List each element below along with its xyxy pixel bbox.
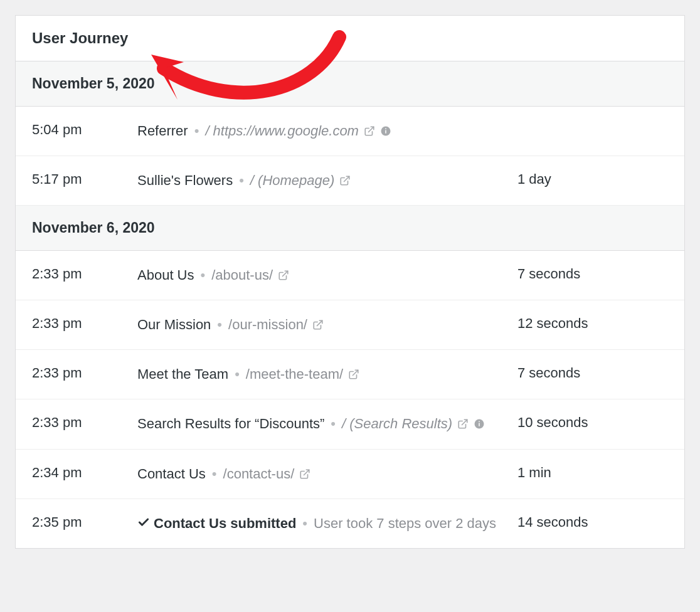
external-link-icon[interactable] [364,125,375,137]
row-main: Meet the Team•/meet-the-team/ [137,364,517,385]
row-main: Sullie's Flowers•/ (Homepage) [137,170,517,191]
row-main: About Us•/about-us/ [137,265,517,286]
row-main: Referrer•/ https://www.google.com [137,120,517,142]
separator-dot: • [217,317,222,332]
row-time: 5:17 pm [32,170,137,187]
row-time: 2:35 pm [32,513,137,530]
separator-dot: • [331,416,336,431]
row-path: / (Search Results) [342,416,452,431]
row-note: User took 7 steps over 2 days [314,515,496,531]
external-link-icon[interactable] [278,270,289,281]
row-title: Our Mission [137,317,211,332]
svg-rect-3 [385,129,386,130]
separator-dot: • [239,172,244,188]
row-title: Meet the Team [137,366,228,382]
separator-dot: • [201,267,206,283]
separator-dot: • [235,366,240,382]
row-title: Contact Us submitted [154,515,296,531]
svg-rect-11 [479,421,480,423]
svg-line-5 [283,271,288,276]
date-header: November 6, 2020 [16,206,684,251]
row-main: Contact Us submitted•User took 7 steps o… [137,513,517,534]
date-header: November 5, 2020 [16,61,684,107]
journey-row: 2:33 pmOur Mission•/our-mission/12 secon… [16,300,684,350]
journey-row: 2:33 pmAbout Us•/about-us/7 seconds [16,251,684,300]
external-link-icon[interactable] [348,369,359,380]
svg-line-7 [353,371,358,376]
user-journey-panel: User Journey November 5, 20205:04 pmRefe… [15,15,685,549]
row-path: /about-us/ [211,267,273,283]
svg-line-12 [304,470,309,475]
row-duration: 1 day [517,170,668,187]
external-link-icon[interactable] [299,468,310,480]
info-icon[interactable] [474,418,485,430]
row-title: About Us [137,267,194,283]
row-main: Search Results for “Discounts”•/ (Search… [137,413,517,435]
separator-dot: • [302,515,307,531]
row-duration: 7 seconds [517,265,668,282]
row-path: /our-mission/ [228,317,307,332]
journey-row: 2:33 pmSearch Results for “Discounts”•/ … [16,399,684,449]
row-duration: 10 seconds [517,413,668,431]
row-time: 5:04 pm [32,120,137,138]
row-title: Sullie's Flowers [137,172,233,188]
row-duration: 1 min [517,463,668,481]
row-time: 2:33 pm [32,265,137,282]
row-title: Referrer [137,123,188,139]
row-title: Search Results for “Discounts” [137,416,324,431]
row-path: / https://www.google.com [205,123,359,139]
svg-line-0 [368,127,373,132]
row-main: Our Mission•/our-mission/ [137,314,517,335]
row-time: 2:34 pm [32,463,137,481]
svg-line-6 [317,321,322,326]
info-icon[interactable] [380,125,391,137]
journey-row: 2:34 pmContact Us•/contact-us/1 min [16,450,684,499]
separator-dot: • [212,466,217,482]
row-duration [517,120,668,122]
journey-row: 2:33 pmMeet the Team•/meet-the-team/7 se… [16,350,684,399]
row-time: 2:33 pm [32,364,137,381]
svg-line-4 [344,176,349,181]
row-path: /meet-the-team/ [246,366,343,382]
panel-header: User Journey [16,16,684,61]
svg-rect-2 [385,130,386,134]
row-path: /contact-us/ [223,466,295,482]
row-path: / (Homepage) [250,172,335,188]
row-time: 2:33 pm [32,314,137,332]
external-link-icon[interactable] [339,175,351,186]
row-title: Contact Us [137,466,206,482]
row-duration: 7 seconds [517,364,668,381]
journey-row: 2:35 pmContact Us submitted•User took 7 … [16,499,684,548]
row-duration: 14 seconds [517,513,668,530]
svg-line-8 [462,420,467,425]
external-link-icon[interactable] [457,418,469,430]
journey-row: 5:04 pmReferrer•/ https://www.google.com [16,107,684,156]
row-duration: 12 seconds [517,314,668,332]
panel-title: User Journey [32,29,128,46]
separator-dot: • [194,123,199,139]
journey-row: 5:17 pmSullie's Flowers•/ (Homepage)1 da… [16,156,684,206]
svg-rect-10 [479,423,480,426]
check-icon [137,516,150,529]
row-time: 2:33 pm [32,413,137,431]
external-link-icon[interactable] [312,319,324,330]
row-main: Contact Us•/contact-us/ [137,463,517,485]
